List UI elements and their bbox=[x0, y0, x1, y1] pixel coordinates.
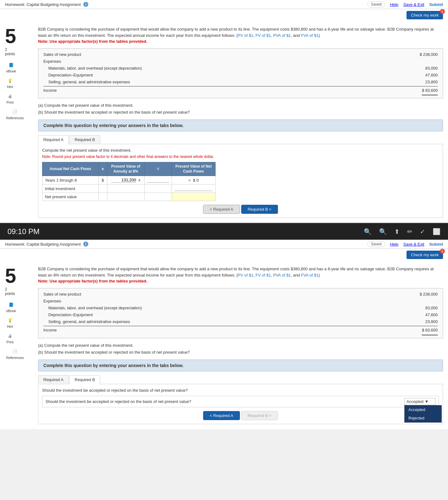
sidebar-item-references-2[interactable]: 📄 References bbox=[5, 346, 25, 361]
edit-icon[interactable]: ✏ bbox=[407, 228, 412, 235]
print-icon: 🖨 bbox=[6, 92, 14, 100]
book-icon: 📘 bbox=[7, 61, 15, 69]
col-header-5: Present Value of Net Cash Flows bbox=[172, 162, 215, 176]
sales-value-2: $ 238,000 bbox=[420, 291, 438, 298]
print-label: Print bbox=[7, 100, 14, 104]
next-button-req-b[interactable]: Required B > bbox=[241, 205, 278, 214]
sidebar-item-hint[interactable]: 💡 Hint bbox=[5, 76, 15, 90]
fva1-link-2[interactable]: FVA of $1 bbox=[301, 273, 319, 277]
expenses-label: Expenses bbox=[43, 58, 61, 65]
expense3-value: 23,800 bbox=[425, 79, 438, 86]
note-text-2: Note: Use appropriate factor(s) from the… bbox=[38, 279, 147, 283]
req-b-question-text: Should the investment be accepted or rej… bbox=[46, 399, 402, 404]
sidebar-item-hint-2[interactable]: 💡 Hint bbox=[5, 315, 15, 330]
sidebar-item-ebook-2[interactable]: 📘 eBook bbox=[5, 300, 17, 314]
points-value-2: 2 bbox=[5, 287, 7, 292]
annual-cashflow-input[interactable] bbox=[111, 178, 136, 183]
dropdown-container[interactable]: Accepted ▼ Accepted Rejected bbox=[404, 398, 436, 405]
save-exit-link-2[interactable]: Save & Exit bbox=[403, 242, 424, 247]
prev-button-req-a-2[interactable]: < Required A bbox=[203, 411, 240, 420]
pv-factor-input[interactable] bbox=[147, 178, 169, 183]
sales-label-2: Sales of new product bbox=[43, 291, 81, 298]
accepted-rejected-select[interactable]: Accepted ▼ bbox=[404, 398, 436, 405]
income-value-2: $ 83,600 bbox=[422, 327, 438, 335]
save-exit-link[interactable]: Save & Exit bbox=[403, 2, 424, 7]
print-icon-2: 🖨 bbox=[6, 332, 14, 340]
print-label-2: Print bbox=[7, 340, 14, 344]
submit-link-2[interactable]: Submit bbox=[429, 242, 443, 247]
financial-table: Sales of new product $ 238,000 Expenses … bbox=[38, 48, 443, 99]
expense1-value-2: 83,000 bbox=[425, 305, 438, 311]
references-icon: 📄 bbox=[11, 108, 19, 115]
prev-button-req-a[interactable]: < Required A bbox=[203, 205, 240, 214]
dropdown-item-accepted[interactable]: Accepted bbox=[405, 405, 441, 414]
references-icon-2: 📄 bbox=[11, 348, 19, 355]
check-icon[interactable]: ✓ bbox=[420, 228, 425, 235]
points-label: points bbox=[5, 52, 15, 56]
dropdown-selected-value: Accepted bbox=[407, 399, 423, 404]
col-header-1: Annual Net Cash Flows bbox=[42, 162, 99, 176]
help-link[interactable]: Help bbox=[390, 2, 398, 7]
col-header-3: Present Value of Annuity at 8% bbox=[107, 162, 144, 176]
hint-label-2: Hint bbox=[7, 325, 13, 328]
income-value: $ 83,600 bbox=[422, 87, 438, 96]
tab-required-b-2[interactable]: Required B bbox=[69, 375, 100, 384]
row-npv-value bbox=[172, 193, 215, 201]
zoom-out-icon[interactable]: 🔍 bbox=[364, 228, 372, 235]
saved-badge-2: Saved bbox=[368, 241, 385, 247]
ebook-label: eBook bbox=[6, 69, 16, 73]
table-row-years: Years 1 through 8 $ x = $ 0 bbox=[42, 176, 216, 184]
row-initial-label: Initial investment bbox=[42, 184, 99, 193]
homework-title: Homework: Capital Budgeting Assignment bbox=[5, 2, 81, 7]
part-b: (b) Should the investment be accepted or… bbox=[38, 109, 443, 116]
points-label-2: points bbox=[5, 292, 15, 296]
pva1-link[interactable]: PVA of $1 bbox=[273, 33, 291, 38]
fv1-link[interactable]: FV of $1 bbox=[256, 33, 271, 38]
tab-content-required-a: Compute the net present value of this in… bbox=[38, 144, 443, 218]
sidebar-item-ebook[interactable]: 📘 eBook bbox=[5, 60, 17, 74]
question-parts: (a) Compute the net present value of thi… bbox=[38, 102, 443, 116]
part-a: (a) Compute the net present value of thi… bbox=[38, 102, 443, 109]
tab-required-b[interactable]: Required B bbox=[69, 135, 100, 144]
saved-badge: Saved bbox=[368, 1, 385, 7]
income-label: Income bbox=[43, 87, 57, 96]
sidebar-item-references[interactable]: 📄 References bbox=[5, 107, 25, 121]
pv1-link[interactable]: PV of $1 bbox=[238, 33, 253, 38]
help-link-2[interactable]: Help bbox=[390, 242, 398, 247]
row-years-dollar: $ bbox=[99, 176, 107, 184]
net-present-value-input[interactable] bbox=[174, 194, 213, 199]
part-a-2: (a) Compute the net present value of thi… bbox=[38, 342, 443, 349]
info-icon-2[interactable]: i bbox=[83, 242, 88, 247]
window-icon[interactable]: ⬜ bbox=[433, 228, 441, 235]
row-initial-value bbox=[172, 184, 215, 193]
check-badge: 5 bbox=[440, 9, 445, 14]
check-my-work-button-2[interactable]: Check my work 5 bbox=[407, 251, 443, 259]
dropdown-item-rejected[interactable]: Rejected bbox=[405, 414, 441, 422]
fva1-link[interactable]: FVA of $1 bbox=[301, 33, 319, 38]
tabs-container: Required A Required B bbox=[38, 135, 443, 144]
initial-investment-input[interactable] bbox=[174, 186, 213, 191]
tab-content-required-b: Should the investment be accepted or rej… bbox=[38, 384, 443, 424]
npv-table: Annual Net Cash Flows x Present Value of… bbox=[42, 162, 216, 201]
tab-required-a[interactable]: Required A bbox=[38, 135, 69, 144]
share-icon[interactable]: ⬆ bbox=[394, 228, 400, 235]
zoom-in-icon[interactable]: 🔍 bbox=[379, 228, 387, 235]
table-row-initial: Initial investment bbox=[42, 184, 216, 193]
fv1-link-2[interactable]: FV of $1 bbox=[256, 273, 271, 277]
next-button-req-b-2[interactable]: Required B > bbox=[241, 411, 278, 420]
req-a-note: Note: Round your present value factor to… bbox=[42, 154, 439, 159]
expense1-label-2: Materials, labor, and overhead (except d… bbox=[48, 305, 142, 311]
sales-label: Sales of new product bbox=[43, 51, 81, 58]
info-icon[interactable]: i bbox=[83, 2, 88, 7]
financial-table-2: Sales of new product $ 238,000 Expenses … bbox=[38, 288, 443, 338]
expense2-value-2: 47,600 bbox=[425, 311, 438, 318]
submit-link[interactable]: Submit bbox=[429, 2, 443, 7]
tab-required-a-2[interactable]: Required A bbox=[38, 375, 69, 384]
sidebar-item-print[interactable]: 🖨 Print bbox=[5, 91, 15, 105]
row-years-eq: = $ 0 bbox=[172, 176, 215, 184]
pva1-link-2[interactable]: PVA of $1 bbox=[273, 273, 291, 277]
dropdown-arrow-icon: ▼ bbox=[425, 399, 429, 404]
check-my-work-button[interactable]: Check my work 5 bbox=[407, 11, 443, 19]
pv1-link-2[interactable]: PV of $1 bbox=[238, 273, 253, 277]
sidebar-item-print-2[interactable]: 🖨 Print bbox=[5, 331, 15, 345]
